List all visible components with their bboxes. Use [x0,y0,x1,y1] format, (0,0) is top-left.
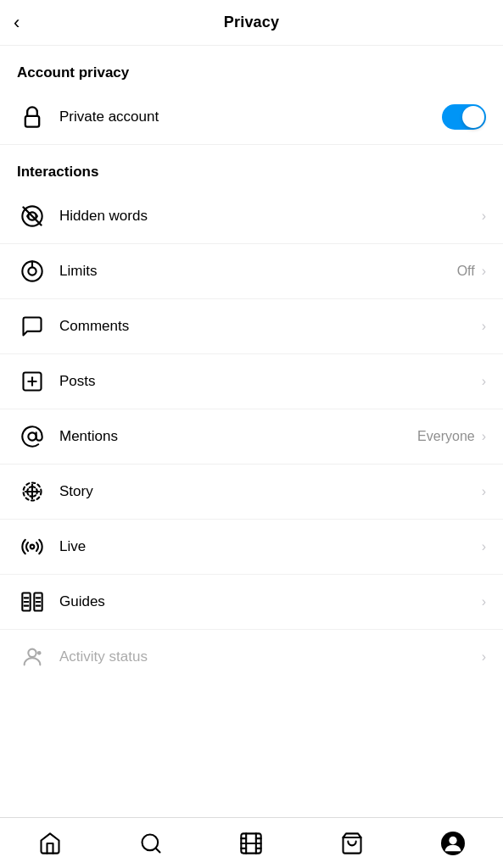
activity-status-icon [17,642,48,672]
svg-point-4 [28,267,36,275]
interactions-section: Interactions [0,145,503,189]
hidden-words-row[interactable]: Hidden words › [0,189,503,244]
limits-label: Limits [59,263,457,280]
private-account-toggle[interactable] [442,104,486,130]
nav-shop[interactable] [331,825,373,862]
live-icon [17,531,48,562]
mentions-label: Mentions [59,428,417,445]
posts-icon [17,366,48,397]
live-label: Live [59,538,480,555]
interactions-title: Interactions [17,164,98,180]
mentions-chevron: › [482,429,486,444]
svg-point-9 [28,432,36,440]
header: ‹ Privacy [0,0,503,46]
mentions-value: Everyone [417,429,475,444]
limits-row[interactable]: Limits Off › [0,244,503,299]
activity-status-row[interactable]: Activity status › [0,630,503,684]
comments-label: Comments [59,318,480,335]
nav-home[interactable] [29,825,71,862]
toggle-thumb [462,106,484,128]
back-button[interactable]: ‹ [14,14,20,32]
story-row[interactable]: Story › [0,465,503,520]
nav-search[interactable] [130,825,172,862]
activity-status-label: Activity status [59,648,480,665]
hidden-words-icon [17,201,48,231]
nav-reels[interactable] [230,825,272,862]
hidden-words-chevron: › [482,209,486,224]
mentions-row[interactable]: Mentions Everyone › [0,409,503,465]
limits-icon [17,256,48,287]
comments-icon [17,311,48,342]
nav-profile[interactable] [432,825,474,862]
account-privacy-title: Account privacy [17,64,129,81]
story-icon [17,476,48,507]
private-account-label: Private account [59,108,442,125]
guides-chevron: › [482,594,486,609]
posts-label: Posts [59,373,480,390]
svg-point-41 [449,836,456,843]
live-chevron: › [482,539,486,554]
posts-row[interactable]: Posts › [0,354,503,409]
svg-point-27 [28,649,36,657]
story-label: Story [59,483,480,500]
story-chevron: › [482,484,486,499]
comments-chevron: › [482,319,486,334]
svg-point-18 [31,545,35,549]
hidden-words-label: Hidden words [59,208,480,225]
svg-rect-0 [25,116,39,127]
activity-status-chevron: › [482,649,486,665]
limits-value: Off [457,264,475,279]
svg-point-28 [37,651,42,655]
limits-chevron: › [482,264,486,279]
posts-chevron: › [482,374,486,389]
bottom-nav [0,817,503,868]
lock-icon [17,102,48,132]
comments-row[interactable]: Comments › [0,299,503,354]
guides-label: Guides [59,593,480,610]
account-privacy-section: Account privacy [0,46,503,90]
private-account-row[interactable]: Private account [0,90,503,145]
live-row[interactable]: Live › [0,520,503,575]
guides-row[interactable]: Guides › [0,575,503,630]
svg-line-30 [155,848,159,852]
page-title: Privacy [224,14,279,31]
mentions-icon [17,421,48,452]
guides-icon [17,587,48,617]
